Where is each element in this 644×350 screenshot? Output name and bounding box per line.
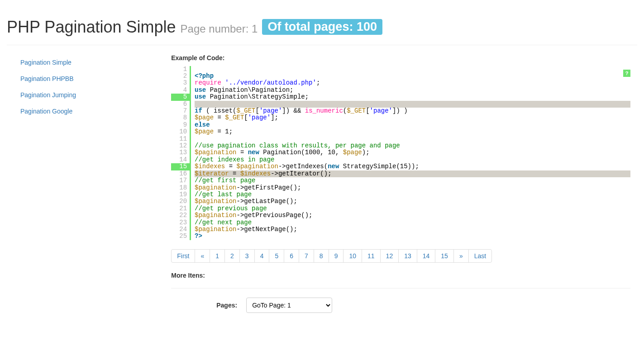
line-number: 13	[171, 149, 190, 156]
line-number: 10	[171, 128, 190, 135]
page-item: 1	[210, 249, 225, 263]
total-pages-badge: Of total pages: 100	[262, 19, 382, 35]
page-item: 9	[329, 249, 344, 263]
code-line: use Pagination\StrategySimple;	[195, 94, 630, 100]
page-link-12[interactable]: 12	[380, 249, 399, 263]
page-link-10[interactable]: 10	[343, 249, 362, 263]
page-link-3[interactable]: 3	[239, 249, 255, 263]
page-title: PHP Pagination Simple Page number: 1 Of …	[7, 18, 637, 36]
page-item: 4	[255, 249, 270, 263]
page-link-6[interactable]: 6	[284, 249, 299, 263]
sidebar-link-1[interactable]: Pagination PHPBB	[14, 71, 157, 87]
line-number: 25	[171, 233, 190, 240]
page-item: 10	[343, 249, 362, 263]
code-line: //get previous page	[195, 205, 630, 212]
page-item: 12	[381, 249, 399, 263]
page-item: 6	[284, 249, 299, 263]
page-link-15[interactable]: 15	[435, 249, 454, 263]
page-link-8[interactable]: 8	[314, 249, 329, 263]
page-header: PHP Pagination Simple Page number: 1 Of …	[7, 18, 637, 45]
sidebar-item: Pagination Simple	[14, 54, 157, 71]
code-line: if ( isset($_GET['page']) && is_numeric(…	[195, 108, 630, 114]
page-item: 13	[399, 249, 417, 263]
page-link-14[interactable]: 14	[417, 249, 436, 263]
page-link-1[interactable]: 1	[210, 249, 225, 263]
line-number: 2	[171, 73, 190, 80]
code-line	[195, 136, 630, 142]
line-number: 19	[171, 191, 190, 198]
code-block: 1234567891011121314151617181920212223242…	[171, 66, 630, 240]
line-number: 22	[171, 212, 190, 219]
page-link-5[interactable]: 5	[269, 249, 284, 263]
code-line: $pagination->getFirstPage();	[195, 184, 630, 191]
code-line: $iterator = $indexes->getIterator();	[195, 170, 630, 177]
sidebar-item: Pagination PHPBB	[14, 71, 157, 87]
line-number: 1	[171, 66, 190, 73]
code-line: //get first page	[195, 177, 630, 184]
code-line: require '../vendor/autoload.php';	[195, 80, 630, 86]
code-line	[195, 101, 630, 108]
code-line: $pagination = new Pagination(1000, 10, $…	[195, 149, 630, 156]
page-item: «	[195, 249, 210, 263]
page-item: 2	[225, 249, 240, 263]
sidebar-nav: Pagination SimplePagination PHPBBPaginat…	[14, 54, 157, 119]
more-items-title: More Itens:	[171, 272, 630, 279]
pages-label: Pages:	[216, 302, 237, 309]
line-number: 11	[171, 136, 190, 142]
page-link-Last[interactable]: Last	[468, 249, 492, 263]
page-link-2[interactable]: 2	[224, 249, 240, 263]
line-number: 17	[171, 177, 190, 184]
page-item: 8	[314, 249, 329, 263]
page-link-First[interactable]: First	[171, 249, 195, 263]
sidebar: Pagination SimplePagination PHPBBPaginat…	[7, 54, 164, 313]
pagination: First«123456789101112131415»Last	[171, 249, 630, 263]
line-number: 6	[171, 101, 190, 108]
code-example: ? 12345678910111213141516171819202122232…	[171, 66, 630, 240]
page-item: 14	[417, 249, 436, 263]
code-line: $page = 1;	[195, 128, 630, 135]
sidebar-item: Pagination Google	[14, 103, 157, 119]
code-line: $indexes = $pagination->getIndexes(new S…	[195, 163, 630, 170]
page-item: 7	[299, 249, 314, 263]
main-content: Example of Code: ? 123456789101112131415…	[164, 54, 637, 313]
code-line: //get next page	[195, 219, 630, 226]
code-line: $page = $_GET['page'];	[195, 114, 630, 121]
goto-page-select[interactable]: GoTo Page: 1	[246, 298, 332, 313]
line-number: 8	[171, 114, 190, 121]
page-link-»[interactable]: »	[453, 249, 469, 263]
sidebar-link-0[interactable]: Pagination Simple	[14, 54, 157, 71]
main-row: Pagination SimplePagination PHPBBPaginat…	[7, 54, 637, 313]
page-item: 5	[269, 249, 284, 263]
page-link-«[interactable]: «	[195, 249, 210, 263]
line-number: 16	[171, 170, 190, 177]
line-number: 20	[171, 198, 190, 205]
page-item: 11	[362, 249, 381, 263]
example-title: Example of Code:	[171, 54, 630, 61]
help-icon[interactable]: ?	[623, 70, 630, 77]
code-line: //use pagination class with results, per…	[195, 142, 630, 149]
code-line: $pagination->getLastPage();	[195, 198, 630, 205]
line-number: 4	[171, 87, 190, 94]
goto-form: Pages: GoTo Page: 1	[171, 298, 630, 313]
page-link-13[interactable]: 13	[398, 249, 417, 263]
page-link-11[interactable]: 11	[362, 249, 381, 263]
line-number: 9	[171, 122, 190, 128]
sidebar-link-2[interactable]: Pagination Jumping	[14, 87, 157, 103]
page-link-7[interactable]: 7	[299, 249, 314, 263]
line-number: 3	[171, 80, 190, 86]
code-line: use Pagination\Pagination;	[195, 87, 630, 94]
divider	[171, 288, 630, 289]
page-link-4[interactable]: 4	[254, 249, 270, 263]
sidebar-link-3[interactable]: Pagination Google	[14, 103, 157, 119]
page-link-9[interactable]: 9	[329, 249, 344, 263]
code-line: //get indexes in page	[195, 156, 630, 163]
line-number: 12	[171, 142, 190, 149]
page-item: Last	[469, 249, 492, 263]
code-line: <?php	[195, 73, 630, 80]
code-line: else	[195, 122, 630, 128]
page-subtitle: Page number: 1	[181, 23, 258, 35]
code-lines: <?phprequire '../vendor/autoload.php';us…	[190, 66, 630, 240]
line-number: 15	[171, 163, 190, 170]
line-numbers: 1234567891011121314151617181920212223242…	[171, 66, 190, 240]
code-line	[195, 66, 630, 73]
